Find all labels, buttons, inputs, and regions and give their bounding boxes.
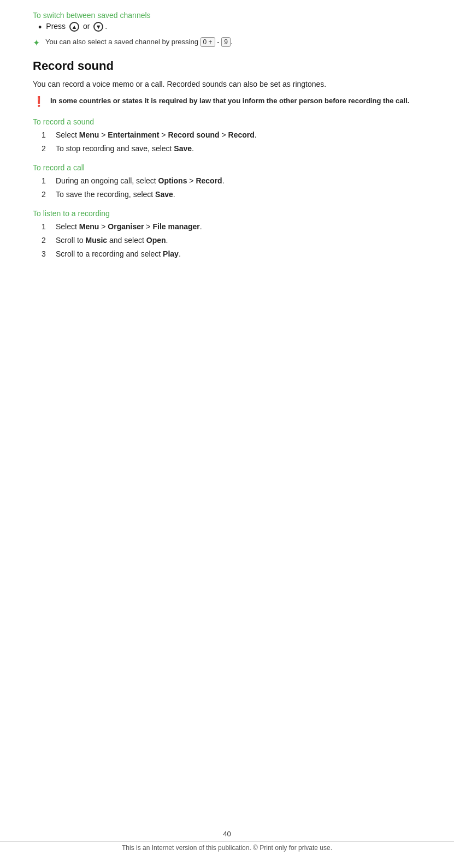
record-call-steps: 1 During an ongoing call, select Options… [42, 175, 421, 200]
bullet-text: Press ▲ or ▼. [46, 22, 107, 32]
kbd-0plus: 0 + [201, 37, 215, 47]
warning-row: ❗ In some countries or states it is requ… [33, 96, 421, 108]
bullet-item-press: • Press ▲ or ▼. [38, 22, 421, 34]
subsection-listen-heading: To listen to a recording [33, 209, 421, 218]
record-sound-step-2: 2 To stop recording and save, select Sav… [42, 143, 421, 154]
page-number: 40 [0, 830, 454, 838]
tip-row: ✦ You can also select a saved channel by… [33, 37, 421, 48]
tip-text: You can also select a saved channel by p… [45, 37, 232, 47]
record-call-step-1: 1 During an ongoing call, select Options… [42, 175, 421, 187]
subsection-listen-recording: To listen to a recording 1 Select Menu >… [33, 209, 421, 260]
subsection-record-sound: To record a sound 1 Select Menu > Entert… [33, 117, 421, 154]
kbd-9: 9 [221, 37, 231, 47]
footer-text: This is an Internet version of this publ… [0, 844, 454, 852]
record-sound-title: Record sound [33, 59, 421, 73]
subsection-record-call-heading: To record a call [33, 163, 421, 172]
record-call-step-2: 2 To save the recording, select Save. [42, 189, 421, 200]
top-heading: To switch between saved channels [33, 11, 421, 20]
record-sound-steps: 1 Select Menu > Entertainment > Record s… [42, 129, 421, 154]
listen-step-3: 3 Scroll to a recording and select Play. [42, 248, 421, 260]
tip-lightbulb-icon: ✦ [33, 38, 40, 48]
subsection-record-call: To record a call 1 During an ongoing cal… [33, 163, 421, 200]
bullet-dot: • [38, 22, 42, 34]
listen-step-1: 1 Select Menu > Organiser > File manager… [42, 221, 421, 233]
listen-step-2: 2 Scroll to Music and select Open. [42, 235, 421, 246]
top-section: To switch between saved channels • Press… [33, 11, 421, 48]
warning-icon: ❗ [33, 96, 45, 108]
listen-steps: 1 Select Menu > Organiser > File manager… [42, 221, 421, 260]
down-circle-icon: ▼ [93, 22, 103, 32]
record-sound-intro: You can record a voice memo or a call. R… [33, 79, 421, 90]
record-sound-step-1: 1 Select Menu > Entertainment > Record s… [42, 129, 421, 141]
footer-divider [0, 841, 454, 842]
page-footer: 40 This is an Internet version of this p… [0, 830, 454, 852]
up-circle-icon: ▲ [69, 22, 79, 32]
warning-text: In some countries or states it is requir… [50, 96, 409, 106]
subsection-record-sound-heading: To record a sound [33, 117, 421, 126]
record-sound-section: Record sound You can record a voice memo… [33, 59, 421, 260]
